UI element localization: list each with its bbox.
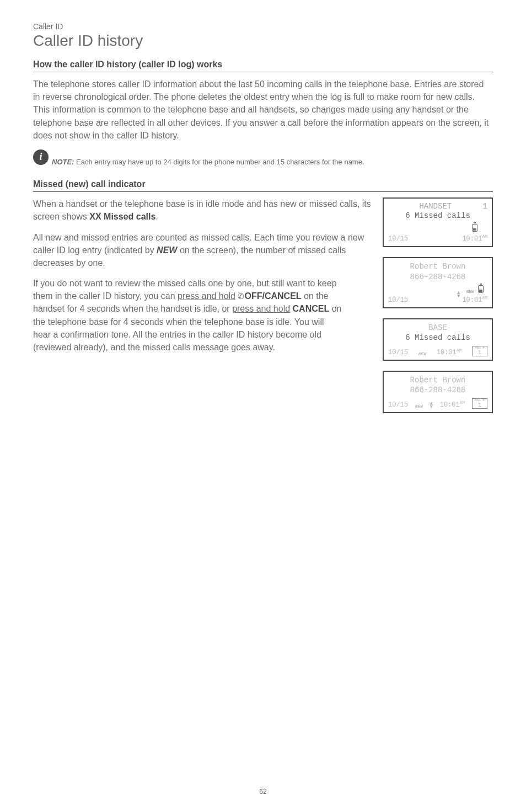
handset-label: HANDSET [419, 202, 452, 211]
date: 10/15 [388, 235, 408, 243]
rule [33, 72, 493, 72]
msg-count-box: MSG # 1 [472, 398, 487, 409]
section2-heading: Missed (new) call indicator [33, 179, 493, 189]
note-body: Each entry may have up to 24 digits for … [74, 158, 364, 166]
note-block: i NOTE: Each entry may have up to 24 dig… [33, 149, 493, 167]
section1-body: The telephone stores caller ID informati… [33, 78, 493, 142]
p1b: XX Missed calls [89, 212, 155, 221]
arrows-icon: ▲▼ [457, 291, 460, 298]
p3e: CANCEL [293, 304, 330, 313]
time: 10:01AM [440, 400, 465, 409]
date: 10/15 [388, 401, 408, 409]
page-number: 62 [259, 788, 266, 795]
missed-calls-line: 6 Missed calls [388, 333, 487, 343]
note-text: NOTE: Each entry may have up to 24 digit… [52, 149, 364, 167]
battery-icon [478, 285, 484, 293]
time: 10:01AM [437, 348, 462, 356]
caller-phone: 866-288-4268 [388, 272, 487, 282]
section2-p2: All new and missed entries are counted a… [33, 231, 372, 270]
date: 10/15 [388, 296, 408, 304]
time: 10:01AM [462, 296, 487, 304]
date: 10/15 [388, 349, 408, 356]
p2b: NEW [157, 245, 177, 255]
new-label: NEW [466, 289, 474, 294]
rule2 [33, 191, 493, 192]
msg-count: 1 [478, 402, 481, 408]
handset-num: 1 [483, 202, 487, 211]
handset-screen-missed: HANDSET 1 6 Missed calls 10/15 10:01AM [383, 197, 493, 247]
base-label: BASE [388, 323, 487, 333]
battery-icon [472, 224, 477, 232]
handset-screen-caller: Robert Brown 866-288-4268 10/15 ▲▼ NEW 1… [383, 257, 493, 308]
breadcrumb: Caller ID [33, 22, 493, 31]
new-label: NEW [418, 351, 426, 356]
note-label: NOTE: [52, 158, 74, 166]
caller-phone: 866-288-4268 [388, 385, 487, 395]
p1c: . [155, 212, 158, 221]
missed-calls-line: 6 Missed calls [388, 211, 487, 221]
section2-p3: If you do not want to review the missed … [33, 277, 342, 354]
p3u2: press and hold [232, 304, 290, 313]
info-icon: i [33, 149, 49, 165]
msg-count: 1 [478, 350, 481, 356]
section2-p1: When a handset or the telephone base is … [33, 197, 372, 223]
new-label: NEW [415, 404, 423, 409]
msg-count-box: MSG # 1 [472, 346, 487, 356]
p3u1: press and hold [178, 291, 235, 301]
time: 10:01AM [462, 235, 487, 243]
caller-name: Robert Brown [388, 261, 487, 271]
phone-off-icon: ✆ [238, 292, 244, 301]
base-screen-missed: BASE 6 Missed calls 10/15 NEW 10:01AM MS… [383, 318, 493, 361]
caller-name: Robert Brown [388, 375, 487, 385]
page-title: Caller ID history [33, 32, 493, 50]
p1a: When a handset or the telephone base is … [33, 199, 371, 221]
arrows-icon: ▲▼ [430, 402, 433, 409]
base-screen-caller: Robert Brown 866-288-4268 10/15 NEW ▲▼ 1… [383, 371, 493, 413]
section1-heading: How the caller ID history (caller ID log… [33, 60, 493, 70]
p3b: OFF/CANCEL [244, 291, 301, 301]
